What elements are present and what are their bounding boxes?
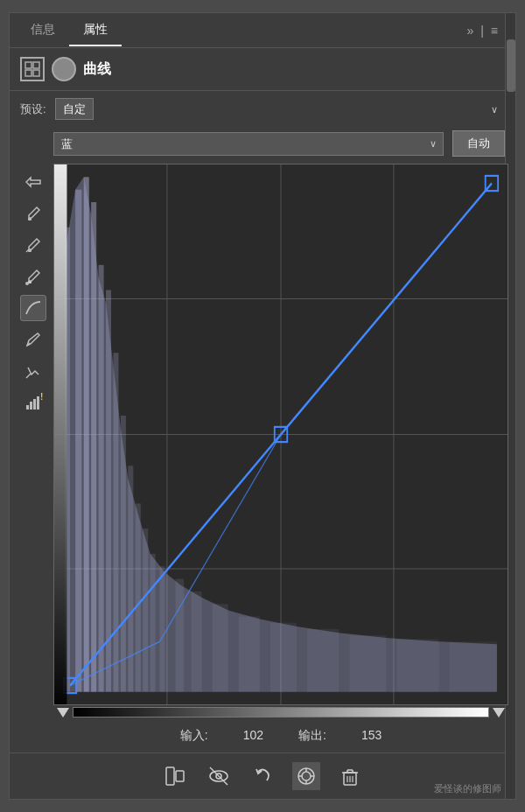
- svg-rect-49: [176, 771, 184, 781]
- eyedropper3-tool[interactable]: [20, 263, 46, 290]
- curve-tool[interactable]: [20, 295, 46, 321]
- circle-icon[interactable]: [52, 57, 76, 81]
- preset-select-wrap: 自定: [55, 98, 505, 120]
- preset-row: 预设: 自定: [10, 91, 515, 127]
- tab-bar: 信息 属性 » | ≡: [10, 13, 515, 48]
- right-triangle[interactable]: [493, 708, 505, 718]
- curve-area: 输入: 102 输出: 153: [53, 164, 508, 752]
- adjust-tool[interactable]: [20, 169, 46, 195]
- panel-title: 曲线: [83, 60, 111, 79]
- svg-rect-47: [54, 164, 66, 704]
- tab-icons: » | ≡: [466, 24, 498, 38]
- clip-icon[interactable]: [161, 762, 189, 790]
- input-label: 输入:: [180, 728, 208, 744]
- grid-icon[interactable]: [20, 57, 45, 81]
- tab-info[interactable]: 信息: [17, 15, 69, 46]
- curve-canvas[interactable]: [53, 164, 508, 705]
- preset-select[interactable]: 自定: [55, 98, 94, 120]
- pencil-tool[interactable]: [20, 326, 46, 353]
- svg-line-10: [26, 374, 31, 378]
- expand-icon[interactable]: »: [466, 24, 473, 38]
- svg-rect-4: [28, 218, 32, 220]
- smooth-tool[interactable]: [20, 358, 46, 384]
- svg-rect-12: [30, 402, 32, 410]
- svg-text:!: !: [40, 393, 43, 402]
- tools-column: !: [17, 164, 50, 752]
- trash-icon[interactable]: [336, 762, 364, 790]
- output-label: 输出:: [298, 728, 326, 744]
- svg-rect-3: [33, 70, 39, 76]
- channel-select[interactable]: 蓝: [53, 132, 444, 156]
- svg-rect-13: [33, 399, 36, 410]
- svg-point-8: [25, 282, 29, 285]
- channel-row: 蓝 自动: [10, 127, 515, 164]
- watermark: 爱怪谈的修图师: [434, 782, 501, 795]
- output-value: 153: [361, 728, 382, 744]
- preset-label: 预设:: [20, 102, 46, 117]
- menu-icon[interactable]: ≡: [491, 24, 498, 38]
- svg-rect-0: [25, 62, 32, 68]
- tab-properties[interactable]: 属性: [69, 15, 122, 46]
- properties-panel: 信息 属性 » | ≡ 曲线 预设: 自定: [9, 12, 516, 800]
- svg-point-54: [302, 772, 311, 780]
- curve-svg: [54, 164, 508, 704]
- divider-icon: |: [480, 24, 484, 38]
- view-toggle-icon[interactable]: [292, 762, 320, 790]
- channel-select-wrap: 蓝: [53, 132, 444, 156]
- main-content: !: [10, 164, 515, 752]
- svg-rect-48: [166, 767, 174, 785]
- scrollbar-thumb[interactable]: [507, 39, 515, 92]
- undo-icon[interactable]: [248, 762, 276, 790]
- input-value: 102: [243, 728, 263, 744]
- histogram-warning-tool[interactable]: !: [20, 389, 46, 416]
- io-row: 输入: 102 输出: 153: [53, 719, 508, 752]
- left-triangle[interactable]: [57, 708, 69, 718]
- eye-icon[interactable]: [205, 762, 233, 790]
- svg-rect-1: [33, 62, 39, 68]
- svg-rect-11: [26, 405, 29, 410]
- eyedropper1-tool[interactable]: [20, 200, 46, 227]
- slider-row: [53, 705, 508, 719]
- header-row: 曲线: [10, 48, 515, 91]
- slider-track[interactable]: [73, 707, 489, 718]
- svg-line-52: [210, 767, 228, 785]
- auto-button[interactable]: 自动: [452, 130, 505, 157]
- eyedropper2-tool[interactable]: [20, 232, 46, 258]
- svg-rect-14: [37, 396, 39, 410]
- svg-rect-2: [25, 70, 32, 76]
